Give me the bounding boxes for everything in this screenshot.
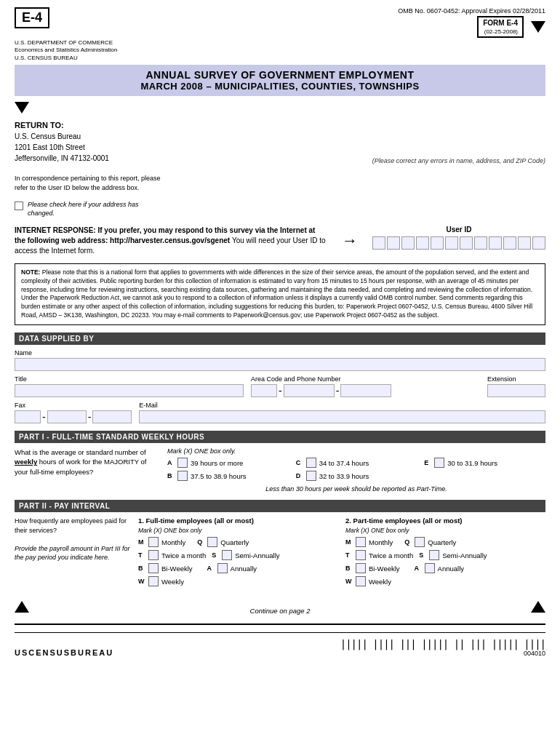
title-line1: ANNUAL SURVEY OF GOVERNMENT EMPLOYMENT [17,69,543,81]
option-b-checkbox[interactable] [177,471,188,481]
ft-semi-checkbox[interactable] [222,550,232,560]
user-id-box-7[interactable] [460,236,473,250]
title-line2: MARCH 2008 – MUNICIPALITIES, COUNTIES, T… [17,81,543,92]
pt-monthly-checkbox[interactable] [356,537,366,547]
title-input[interactable] [15,384,244,397]
part-time-note: Less than 30 hours per week should be re… [167,485,545,493]
user-id-box-5[interactable] [431,236,444,250]
phone-label: Area Code and Phone Number [251,375,480,383]
extension-label: Extension [487,375,545,383]
col1-header: 1. Full-time employees (all or most) [138,517,338,525]
return-address: U.S. Census Bureau 1201 East 10th Street… [15,131,167,164]
correspondence-note: In correspondence pertaining to this rep… [15,174,167,192]
fax-input-row: - - [15,410,132,423]
ft-twice-row[interactable]: T Twice a month S Semi-Annually [138,550,338,560]
area-code-input[interactable] [251,384,277,397]
col2-mark: Mark (X) ONE box only [345,527,545,534]
ft-monthly-checkbox[interactable] [148,537,159,547]
phone-prefix-input[interactable] [284,384,335,397]
note-box: NOTE: Please note that this is a nationa… [15,263,545,325]
ft-weekly-row[interactable]: W Weekly [138,576,338,586]
phone-number-input[interactable] [340,384,391,397]
user-id-box-3[interactable] [401,236,415,250]
ft-quarterly-checkbox[interactable] [207,537,217,547]
address-changed-label: Please check here if your address has ch… [28,201,167,218]
user-id-box-11[interactable] [518,236,531,250]
note-text: Please note that this is a national form… [21,268,532,319]
ft-biweekly-row[interactable]: B Bi-Weekly A Annually [138,563,338,573]
continue-note: Continue on page 2 [29,604,531,615]
option-b[interactable]: B 37.5 to 38.9 hours [167,471,289,481]
internet-section: INTERNET RESPONSE: If you prefer, you ma… [15,226,545,256]
return-to-section: RETURN TO: U.S. Census Bureau 1201 East … [15,121,167,164]
data-supplied-header: DATA SUPPLIED BY [15,332,545,345]
ft-twice-checkbox[interactable] [148,550,159,560]
barcode-area: ||||| |||| ||| ||||| || ||| ||||| |||| 0… [340,640,545,657]
pt-annually-checkbox[interactable] [425,563,435,573]
ft-monthly-row[interactable]: M Monthly Q Quarterly [138,537,338,547]
col2-header: 2. Part-time employees (all or most) [345,517,545,525]
ft-weekly-label: Weekly [161,578,184,586]
ft-biweekly-checkbox[interactable] [148,563,159,573]
data-supplied-section: Name Title Area Code and Phone Number - … [15,349,545,423]
pt-quarterly-label: Quarterly [428,538,456,546]
option-e[interactable]: E 30 to 31.9 hours [424,458,545,468]
pt-weekly-checkbox[interactable] [356,576,366,586]
pt-twice-row[interactable]: T Twice a month S Semi-Annually [345,550,545,560]
options-grid: A 39 hours or more C 34 to 37.4 hours E … [167,458,545,481]
user-id-box-1[interactable] [372,236,385,250]
option-d-checkbox[interactable] [306,471,316,481]
user-id-box-8[interactable] [474,236,487,250]
option-d-label: 32 to 33.9 hours [319,472,369,480]
pt-biweekly-checkbox[interactable] [356,563,366,573]
option-e-checkbox[interactable] [434,458,444,468]
fax-email-row: Fax - - E-Mail [15,402,545,423]
pt-weekly-row[interactable]: W Weekly [345,576,545,586]
pt-semi-checkbox[interactable] [429,550,439,560]
name-input[interactable] [15,358,545,371]
pt-biweekly-row[interactable]: B Bi-Weekly A Annually [345,563,545,573]
option-a[interactable]: A 39 hours or more [167,458,289,468]
fax-field: Fax - - [15,402,132,423]
fax-number-input[interactable] [92,410,132,423]
down-arrow-icon [531,21,545,33]
user-id-box-6[interactable] [445,236,458,250]
barcode-number: 004010 [340,650,545,657]
footer: USCENSUSBUREAU ||||| |||| ||| ||||| || |… [15,632,545,657]
ft-weekly-checkbox[interactable] [148,576,159,586]
ft-biweekly-label: Bi-Weekly [161,565,193,573]
pt-twice-checkbox[interactable] [356,550,366,560]
user-id-box-9[interactable] [489,236,502,250]
user-id-box-2[interactable] [387,236,400,250]
option-a-checkbox[interactable] [177,458,188,468]
address-changed-checkbox[interactable] [15,202,23,210]
note-label: NOTE: [21,268,40,276]
ft-annually-checkbox[interactable] [217,563,228,573]
pt-quarterly-checkbox[interactable] [415,537,425,547]
pt-monthly-row[interactable]: M Monthly Q Quarterly [345,537,545,547]
part1-section: What is the average or standard number o… [15,447,545,493]
ft-twice-label: Twice a month [161,551,206,559]
dash-sep-1: - [279,385,282,397]
user-id-box-4[interactable] [416,236,429,250]
fax-prefix-input[interactable] [47,410,87,423]
option-d[interactable]: D 32 to 33.9 hours [296,471,417,481]
user-id-input-row[interactable] [372,236,545,250]
email-label: E-Mail [139,402,545,409]
barcode-image: ||||| |||| ||| ||||| || ||| ||||| |||| [340,640,545,648]
extension-input[interactable] [487,384,545,397]
option-c[interactable]: C 34 to 37.4 hours [296,458,417,468]
user-id-label: User ID [446,226,471,234]
user-id-box-12[interactable] [532,236,545,250]
address-changed-checkbox-row[interactable]: Please check here if your address has ch… [15,201,167,218]
fax-area-input[interactable] [15,410,41,423]
right-column: (Please correct any errors in name, addr… [175,99,545,218]
user-id-box-10[interactable] [503,236,516,250]
part2-section: How frequently are employees paid for th… [15,517,545,589]
option-e-label: 30 to 31.9 hours [447,459,497,467]
page: E-4 OMB No. 0607-0452: Approval Expires … [0,0,560,664]
fax-dash-2: - [88,411,92,423]
footer-divider [15,624,545,625]
option-c-checkbox[interactable] [306,458,316,468]
email-input[interactable] [139,410,545,423]
